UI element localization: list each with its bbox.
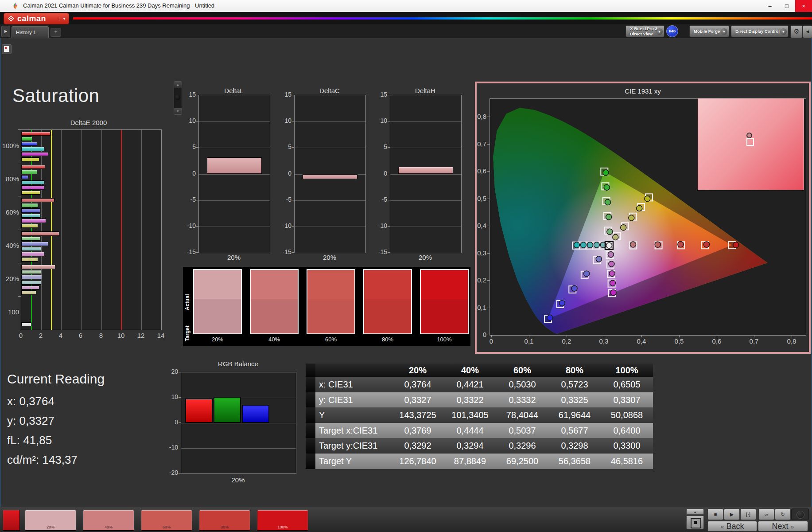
patch-button-20%[interactable]: 20% <box>25 510 76 531</box>
deltaL-y-tick: -15 <box>179 248 196 255</box>
meter-status-accent <box>626 26 628 37</box>
active-color-chip <box>3 510 20 531</box>
cie-measured-blue <box>596 256 602 262</box>
deltae-bar-blue <box>21 275 42 279</box>
patch-button-60%[interactable]: 60% <box>141 510 192 531</box>
deltaL-gridline <box>199 148 270 148</box>
deltaL-gridline <box>199 121 270 122</box>
table-cell: 50,0868 <box>601 407 653 423</box>
cie-1931-panel: CIE 1931 xy <box>475 82 811 354</box>
minimize-button[interactable]: – <box>761 0 778 12</box>
next-button[interactable]: Next » <box>758 521 808 532</box>
display-control-label: Direct Display Control <box>735 29 780 34</box>
titlebar: Calman 2021 Calman Ultimate for Business… <box>0 0 812 12</box>
deltae-gridline <box>41 130 42 330</box>
cie-measured-blue <box>547 315 553 321</box>
maximize-button[interactable]: □ <box>778 0 795 12</box>
deltae-x-tick: 0 <box>14 332 27 339</box>
deltae-bar-magenta <box>21 152 48 156</box>
table-cell: 56,3658 <box>548 454 601 469</box>
scroll-down-icon[interactable]: ▼ <box>174 108 182 114</box>
table-cell: 0,3322 <box>444 392 496 408</box>
deltaL-y-tick: 0 <box>179 170 196 177</box>
cie-measured-cyan <box>587 242 593 248</box>
swatch-label: 100% <box>420 336 469 343</box>
tab-history-1[interactable]: History 1 <box>12 26 49 38</box>
play-button[interactable]: ▶ <box>724 509 740 520</box>
table-cell: 0,3296 <box>496 438 548 454</box>
table-row: x: CIE310,37640,44210,50300,57230,6505 <box>306 377 653 392</box>
chevron-down-icon: ▼ <box>780 28 787 35</box>
gear-icon[interactable]: ⚙ <box>790 25 803 38</box>
stop-button[interactable]: ■ <box>707 509 723 520</box>
deltaC-gridline <box>295 227 365 227</box>
cie-measured-green <box>606 214 612 220</box>
rgb-y-tick: -10 <box>161 444 178 451</box>
loop-button[interactable]: ∞ <box>758 509 774 520</box>
deltaH-y-tick: -5 <box>370 196 387 203</box>
chart-scrollbar[interactable]: ▲ ▼ <box>174 81 182 115</box>
back-button[interactable]: « Back <box>707 521 757 532</box>
deltae-bar-cyan <box>21 247 41 251</box>
step-button[interactable]: [·] <box>740 509 756 520</box>
table-cell: 0,3764 <box>392 377 444 392</box>
deltaC-y-tick: 10 <box>275 117 291 124</box>
target-color <box>194 299 241 333</box>
bottom-bar: 20%40%60%80%100% ▲ ■ ▶ [·] ∞ ↻ « Back Ne… <box>0 507 812 532</box>
deltae-bar-blue <box>21 242 48 246</box>
table-cell: 46,5816 <box>601 454 653 469</box>
source-dropdown[interactable]: Mobile Forge ▼ <box>689 25 729 37</box>
table-row-label: y: CIE31 <box>315 392 392 408</box>
deltac-chart <box>294 95 366 253</box>
record-indicator-button[interactable] <box>791 509 809 520</box>
patch-button-100%[interactable]: 100% <box>257 510 308 531</box>
rgb-balance-xlabel: 20% <box>181 476 295 484</box>
table-cell: 126,7840 <box>392 454 444 469</box>
tab-scroll-button[interactable]: ▶ <box>1 26 10 37</box>
deltae-bar-red <box>21 165 45 169</box>
add-tab-button[interactable]: + <box>51 28 61 37</box>
close-button[interactable]: × <box>795 0 812 12</box>
scroll-knob[interactable] <box>175 95 180 100</box>
deltaC-y-tick: 5 <box>275 143 291 150</box>
compare-swatch-80% <box>363 269 412 334</box>
inset-target-point <box>746 138 754 146</box>
deltae-gridline <box>61 130 62 330</box>
patch-window-up-icon[interactable]: ▲ <box>686 509 704 515</box>
meter-count-badge[interactable]: 646 <box>666 25 678 37</box>
record-icon <box>796 511 804 519</box>
collapse-panel-button[interactable]: ◀ <box>803 25 812 38</box>
source-status-accent <box>690 26 692 37</box>
cie-measured-magenta <box>609 270 615 276</box>
patch-window-control[interactable]: ▲ <box>686 509 704 531</box>
deltaH-y-tick: 15 <box>370 91 387 98</box>
actual-color <box>307 270 354 299</box>
deltae-bar-green <box>21 137 32 141</box>
deltaL-gridline <box>199 174 270 175</box>
meter-dropdown[interactable]: X-Rite i1Pro 3Direct View ▼ <box>626 25 664 37</box>
table-cell: 0,3292 <box>392 438 444 454</box>
table-column-header: 60% <box>496 364 548 377</box>
patch-window-button[interactable] <box>686 516 704 529</box>
deltaH-gridline <box>390 121 461 122</box>
cie-measured-red <box>655 242 660 247</box>
deltaH-y-tick: -10 <box>370 222 387 229</box>
table-row-label: Target x:CIE31 <box>315 423 392 438</box>
swatch-label: 40% <box>250 336 299 343</box>
table-row-label: Target Y <box>315 454 392 469</box>
table-row: Target Y126,784087,884969,250056,365846,… <box>306 454 653 469</box>
calman-menu-button[interactable]: calman ▼ <box>4 13 69 24</box>
deltaC-gridline <box>295 200 365 201</box>
patch-button-40%[interactable]: 40% <box>83 510 134 531</box>
display-control-dropdown[interactable]: Direct Display Control ▼ <box>731 25 789 37</box>
inset-measured-point <box>746 133 752 138</box>
scroll-up-icon[interactable]: ▲ <box>174 82 182 88</box>
cie-measured-blue <box>584 271 590 277</box>
cie-measured-red <box>733 242 739 248</box>
workflow-icon[interactable] <box>2 44 12 54</box>
patch-button-80%[interactable]: 80% <box>199 510 250 531</box>
deltae-group-label: 60% <box>0 208 19 216</box>
refresh-button[interactable]: ↻ <box>775 509 791 520</box>
deltae-bar-yellow <box>21 157 39 162</box>
chevron-down-icon: ▼ <box>656 28 663 35</box>
